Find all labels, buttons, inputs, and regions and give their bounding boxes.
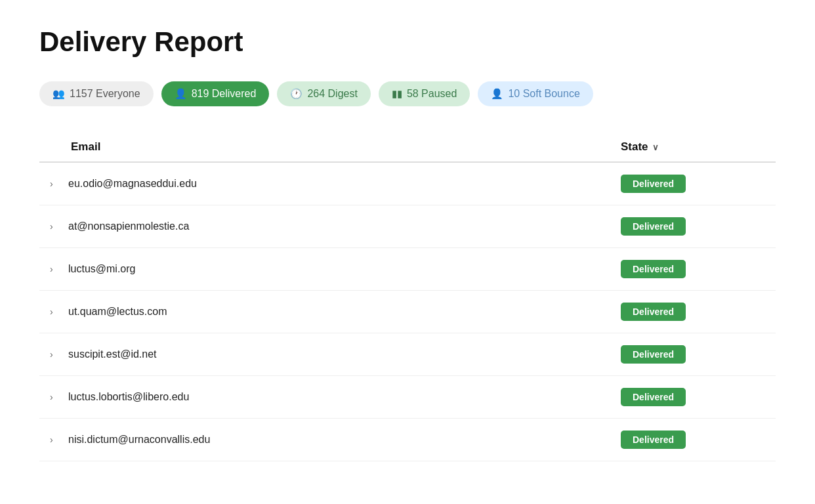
filter-chip-soft-bounce[interactable]: 👤10 Soft Bounce: [478, 81, 593, 106]
expand-icon[interactable]: ›: [50, 392, 68, 402]
row-state: Delivered: [621, 303, 765, 321]
state-badge: Delivered: [621, 217, 686, 236]
filter-label-everyone: 1157 Everyone: [70, 88, 140, 100]
email-column-header: Email: [50, 140, 621, 154]
row-email: ut.quam@lectus.com: [68, 306, 621, 318]
state-badge: Delivered: [621, 303, 686, 321]
table-container: Email State ∨ ›eu.odio@magnaseddui.eduDe…: [39, 133, 776, 461]
row-state: Delivered: [621, 430, 765, 449]
row-email: eu.odio@magnaseddui.edu: [68, 178, 621, 190]
everyone-icon: 👥: [52, 88, 65, 100]
state-column-label: State: [621, 140, 648, 154]
filter-chip-paused[interactable]: ▮▮58 Paused: [379, 81, 470, 106]
soft-bounce-icon: 👤: [491, 88, 503, 100]
digest-icon: 🕐: [290, 88, 303, 100]
table-row[interactable]: ›luctus@mi.orgDelivered: [39, 248, 776, 291]
state-badge: Delivered: [621, 430, 686, 449]
expand-icon[interactable]: ›: [50, 221, 68, 232]
table-body: ›eu.odio@magnaseddui.eduDelivered›at@non…: [39, 163, 776, 461]
state-column-header[interactable]: State ∨: [621, 140, 765, 154]
table-row[interactable]: ›suscipit.est@id.netDelivered: [39, 333, 776, 376]
expand-icon[interactable]: ›: [50, 178, 68, 189]
filter-label-delivered: 819 Delivered: [192, 88, 257, 100]
state-badge: Delivered: [621, 175, 686, 193]
row-email: suscipit.est@id.net: [68, 348, 621, 360]
row-state: Delivered: [621, 175, 765, 193]
filter-label-paused: 58 Paused: [407, 88, 457, 100]
expand-icon[interactable]: ›: [50, 264, 68, 274]
filter-label-soft-bounce: 10 Soft Bounce: [508, 88, 579, 100]
page-title: Delivery Report: [39, 26, 776, 58]
delivered-icon: 👤: [175, 88, 187, 100]
state-badge: Delivered: [621, 388, 686, 406]
table-row[interactable]: ›ut.quam@lectus.comDelivered: [39, 291, 776, 333]
row-state: Delivered: [621, 345, 765, 364]
state-badge: Delivered: [621, 345, 686, 364]
table-row[interactable]: ›nisi.dictum@urnaconvallis.eduDelivered: [39, 419, 776, 461]
table-row[interactable]: ›eu.odio@magnaseddui.eduDelivered: [39, 163, 776, 205]
filter-chip-delivered[interactable]: 👤819 Delivered: [161, 81, 270, 106]
table-row[interactable]: ›at@nonsapienmolestie.caDelivered: [39, 205, 776, 248]
row-state: Delivered: [621, 260, 765, 278]
row-state: Delivered: [621, 388, 765, 406]
row-state: Delivered: [621, 217, 765, 236]
filter-chip-digest[interactable]: 🕐264 Digest: [277, 81, 371, 106]
filter-row: 👥1157 Everyone👤819 Delivered🕐264 Digest▮…: [39, 81, 776, 106]
row-email: luctus.lobortis@libero.edu: [68, 391, 621, 403]
filter-chip-everyone[interactable]: 👥1157 Everyone: [39, 81, 154, 106]
row-email: nisi.dictum@urnaconvallis.edu: [68, 434, 621, 446]
row-email: at@nonsapienmolestie.ca: [68, 220, 621, 232]
expand-icon[interactable]: ›: [50, 306, 68, 317]
row-email: luctus@mi.org: [68, 263, 621, 275]
sort-icon: ∨: [652, 142, 659, 152]
expand-icon[interactable]: ›: [50, 349, 68, 360]
table-header: Email State ∨: [39, 133, 776, 163]
paused-icon: ▮▮: [392, 88, 402, 100]
filter-label-digest: 264 Digest: [307, 88, 358, 100]
table-row[interactable]: ›luctus.lobortis@libero.eduDelivered: [39, 376, 776, 419]
state-badge: Delivered: [621, 260, 686, 278]
expand-icon[interactable]: ›: [50, 434, 68, 445]
